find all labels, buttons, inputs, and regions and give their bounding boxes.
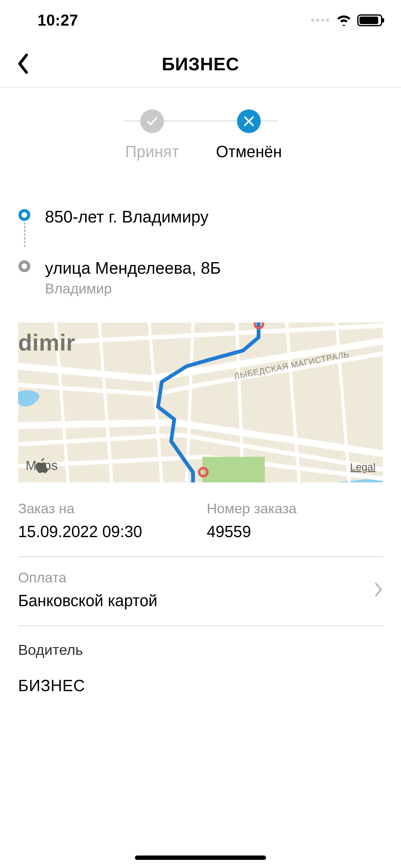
payment-value: Банковской картой [18,591,375,610]
driver-section: Водитель БИЗНЕС [18,626,383,695]
payment-row[interactable]: Оплата Банковской картой [18,557,383,625]
route-destination-row: улица Менделеева, 8Б Владимир [18,259,383,297]
status-right [311,14,382,26]
order-progress: Принят Отменён [0,88,401,177]
back-button[interactable] [15,51,31,76]
page-title: БИЗНЕС [0,54,401,74]
wifi-icon [336,15,352,26]
step-cancelled: Отменён [201,110,297,161]
apple-logo-icon [26,458,58,473]
origin-address: 850-лет г. Владимиру [45,208,383,229]
route-origin-row: 850-лет г. Владимиру [18,208,383,229]
driver-label: Водитель [18,641,383,658]
destination-marker-icon [18,259,31,272]
map-provider: Maps [26,458,58,473]
cellular-dots-icon [311,19,329,22]
route-map[interactable]: adimir ЛЫБЕДСКАЯ МАГИСТРАЛЬ Maps Legal [18,322,383,483]
driver-value: БИЗНЕС [18,677,383,695]
check-icon [140,110,164,133]
destination-city: Владимир [45,281,383,297]
order-number-value: 49559 [207,522,383,541]
nav-header: БИЗНЕС [0,41,401,88]
chevron-right-icon [375,582,383,597]
order-number-col: Номер заказа 49559 [207,501,383,541]
order-for-value: 15.09.2022 09:30 [18,522,194,541]
order-for-col: Заказ на 15.09.2022 09:30 [18,501,194,541]
order-details: Заказ на 15.09.2022 09:30 Номер заказа 4… [18,501,383,695]
chevron-left-icon [17,54,28,74]
status-time: 10:27 [37,11,78,29]
battery-icon [357,14,382,26]
detail-row-order: Заказ на 15.09.2022 09:30 Номер заказа 4… [18,501,383,556]
order-for-label: Заказ на [18,501,194,517]
origin-marker-icon [18,208,31,221]
route-section: 850-лет г. Владимиру улица Менделеева, 8… [0,177,401,309]
x-icon [237,110,261,133]
destination-address: улица Менделеева, 8Б [45,259,383,280]
svg-rect-0 [202,457,265,483]
map-city-label: adimir [18,329,75,356]
step-accepted: Принят [104,110,201,161]
map-pin-destination [198,467,209,477]
map-legal-link[interactable]: Legal [350,461,375,473]
step-cancelled-label: Отменён [216,143,282,161]
payment-label: Оплата [18,569,375,586]
step-accepted-label: Принят [125,143,179,161]
route-connector [24,222,25,247]
home-indicator[interactable] [135,856,266,860]
order-number-label: Номер заказа [207,501,383,517]
status-bar: 10:27 [0,0,401,41]
